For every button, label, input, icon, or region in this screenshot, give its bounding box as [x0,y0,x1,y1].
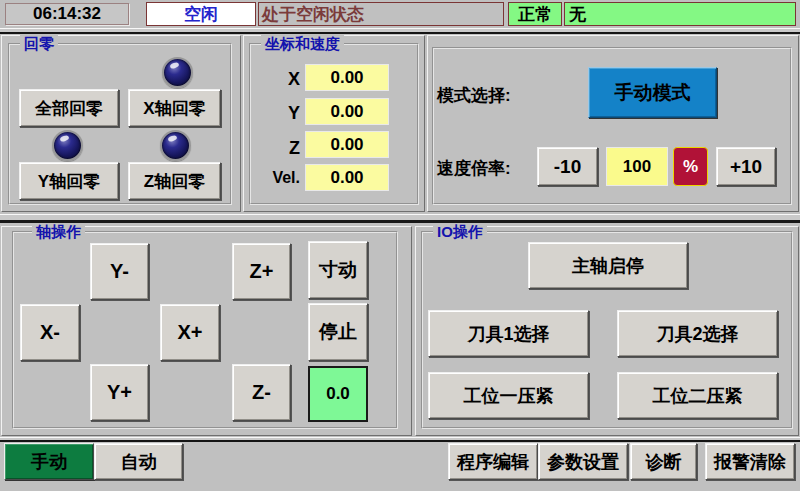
mode-select-label: 模式选择: [437,84,511,107]
machine-mode-status: 空闲 [146,2,256,26]
coord-value-vel: 0.00 [305,164,389,191]
step-value-box[interactable]: 0.0 [308,366,368,422]
tool2-select-button[interactable]: 刀具2选择 [617,310,778,357]
coord-label-vel: Vel. [245,169,300,187]
home-z-button[interactable]: Z轴回零 [128,162,221,200]
y-home-led-indicator [52,130,83,161]
home-x-button[interactable]: X轴回零 [128,89,221,127]
x-home-led-indicator [162,57,193,88]
coord-label-y: Y [245,103,300,124]
coord-label-x: X [245,69,300,90]
jog-x-plus-button[interactable]: X+ [160,304,220,361]
coords-title: 坐标和速度 [261,35,344,53]
nav-program-edit-button[interactable]: 程序编辑 [448,443,538,480]
alarm-level-badge: 正常 [508,2,562,26]
io-title: IO操作 [433,223,487,241]
jog-mode-button[interactable]: 寸动 [308,241,368,299]
jog-z-minus-button[interactable]: Z- [232,364,291,421]
override-value-box: 100 [606,147,668,186]
nav-manual-button[interactable]: 手动 [4,443,94,480]
station2-clamp-button[interactable]: 工位二压紧 [617,372,778,419]
alarm-message-box: 无 [564,2,796,26]
speed-override-label: 速度倍率: [437,157,511,180]
top-status-bar: 06:14:32 空闲 处于空闲状态 正常 无 [0,0,800,28]
nav-auto-button[interactable]: 自动 [94,443,183,480]
nav-diagnosis-button[interactable]: 诊断 [630,443,697,480]
jog-y-plus-button[interactable]: Y+ [90,364,149,421]
divider-middle [0,214,800,223]
nav-param-set-button[interactable]: 参数设置 [538,443,628,480]
divider-top [0,28,800,34]
homing-title: 回零 [20,35,58,53]
stop-button[interactable]: 停止 [308,303,368,361]
coord-label-z: Z [245,138,300,159]
coord-value-y: 0.00 [305,98,389,125]
tool1-select-button[interactable]: 刀具1选择 [428,310,589,357]
spindle-start-stop-button[interactable]: 主轴启停 [528,242,688,289]
override-plus-button[interactable]: +10 [716,147,776,186]
coord-value-x: 0.00 [305,64,389,91]
axis-title: 轴操作 [32,223,85,241]
jog-x-minus-button[interactable]: X- [20,304,80,361]
divider-bottom [0,437,800,442]
percent-sign-box: % [673,147,708,186]
home-y-button[interactable]: Y轴回零 [19,162,119,200]
jog-y-minus-button[interactable]: Y- [90,243,149,300]
override-minus-button[interactable]: -10 [537,147,598,186]
jog-z-plus-button[interactable]: Z+ [232,243,291,300]
station1-clamp-button[interactable]: 工位一压紧 [428,372,589,419]
clock-display: 06:14:32 [5,3,129,25]
nav-alarm-clear-button[interactable]: 报警清除 [705,443,795,480]
mode-manual-button[interactable]: 手动模式 [588,67,717,118]
home-all-button[interactable]: 全部回零 [19,89,119,127]
machine-state-text: 处于空闲状态 [258,2,504,26]
coord-value-z: 0.00 [305,131,389,158]
z-home-led-indicator [160,130,191,161]
